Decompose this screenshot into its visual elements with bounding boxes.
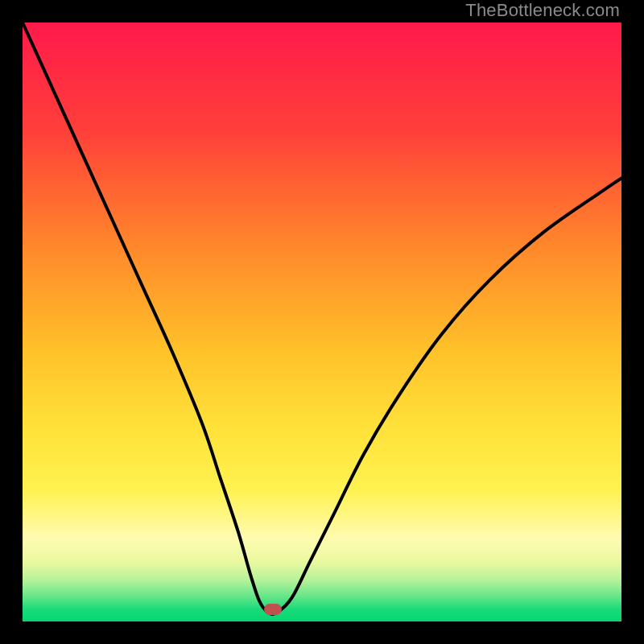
bottleneck-curve-path <box>23 23 621 614</box>
watermark-label: TheBottleneck.com <box>465 0 620 21</box>
curve-svg <box>23 23 621 621</box>
chart-frame: TheBottleneck.com <box>0 0 644 644</box>
plot-area <box>23 23 621 621</box>
optimum-marker <box>264 604 282 615</box>
